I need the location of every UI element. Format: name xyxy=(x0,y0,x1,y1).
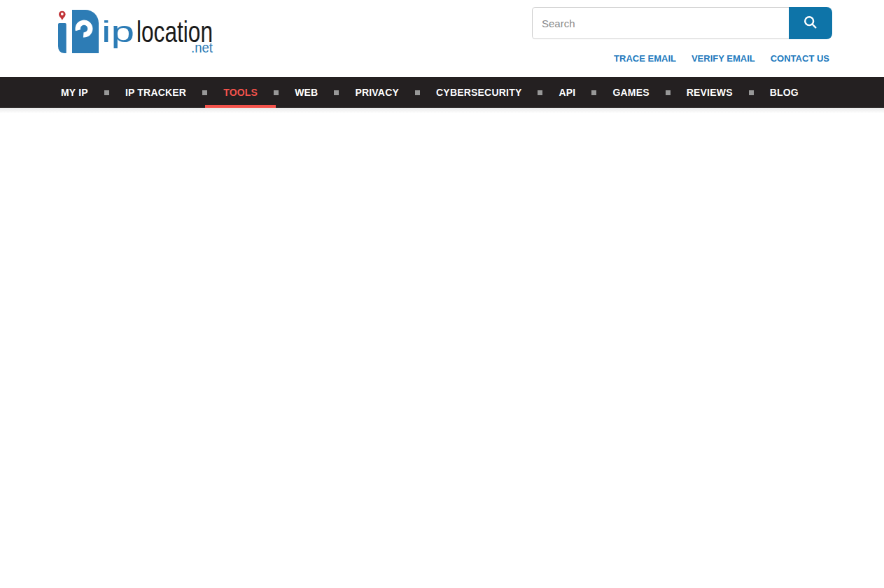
svg-text:.net: .net xyxy=(191,39,213,55)
svg-text:ip: ip xyxy=(101,15,134,48)
